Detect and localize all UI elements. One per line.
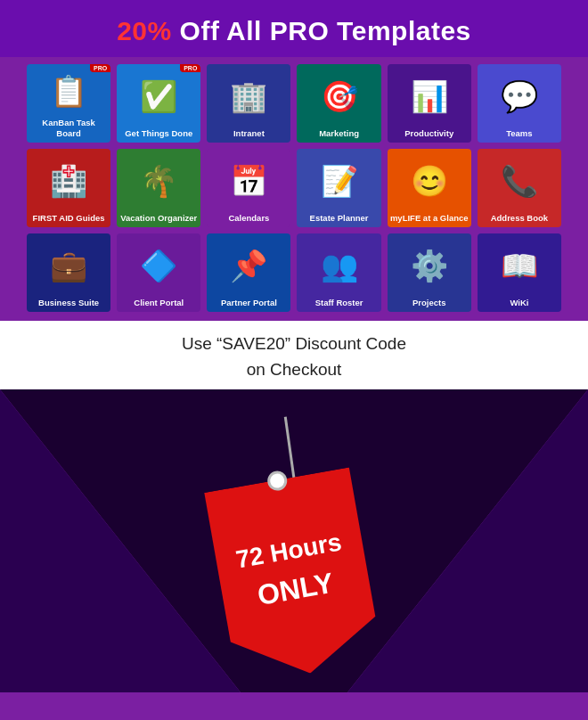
address-book-label: Address Book <box>488 213 551 223</box>
teams-label: Teams <box>503 128 535 138</box>
projects-icon: ⚙️ <box>388 233 471 298</box>
get-things-done-label: Get Things Done <box>122 128 195 138</box>
business-suite-label: Business Suite <box>36 298 102 307</box>
app-grid: PRO📋KanBan Task BoardPRO✅Get Things Done… <box>27 64 561 312</box>
top-banner: 20% Off All PRO Templates <box>0 0 588 57</box>
banner-headline: 20% Off All PRO Templates <box>18 16 570 46</box>
tile-first-aid[interactable]: 🏥FIRST AID Guides <box>27 149 110 227</box>
marketing-label: Marketing <box>316 128 362 138</box>
business-suite-icon: 💼 <box>27 233 110 298</box>
tile-marketing[interactable]: 🎯Marketing <box>297 64 380 143</box>
tile-productivity[interactable]: 📊Productivity <box>388 64 471 143</box>
staff-roster-icon: 👥 <box>297 233 380 298</box>
address-book-icon: 📞 <box>478 149 561 213</box>
discount-section: Use “SAVE20” Discount Code on Checkout <box>0 321 588 389</box>
estate-planner-label: Estate Planner <box>307 213 372 223</box>
first-aid-icon: 🏥 <box>27 149 110 213</box>
mylife-icon: 😊 <box>388 149 471 213</box>
partner-portal-label: Partner Portal <box>218 298 280 307</box>
vacation-icon: 🌴 <box>117 149 200 213</box>
tile-kanban[interactable]: PRO📋KanBan Task Board <box>27 64 110 143</box>
tile-get-things-done[interactable]: PRO✅Get Things Done <box>117 64 200 143</box>
funnel-wrapper: 72 Hours ONLY <box>0 389 588 692</box>
tile-partner-portal[interactable]: 📌Partner Portal <box>207 233 290 312</box>
app-grid-area: PRO📋KanBan Task BoardPRO✅Get Things Done… <box>0 57 588 321</box>
projects-label: Projects <box>410 298 449 307</box>
productivity-label: Productivity <box>402 128 456 138</box>
tile-vacation[interactable]: 🌴Vacation Organizer <box>117 149 200 227</box>
price-tag-outer: 72 Hours ONLY <box>195 466 392 691</box>
first-aid-label: FIRST AID Guides <box>30 213 108 223</box>
partner-portal-icon: 📌 <box>207 233 290 298</box>
page-wrapper: 20% Off All PRO Templates PRO📋KanBan Tas… <box>0 0 588 720</box>
mylife-label: myLIFE at a Glance <box>388 213 471 223</box>
calendars-icon: 📅 <box>207 149 290 213</box>
tile-estate-planner[interactable]: 📝Estate Planner <box>297 149 380 227</box>
discount-line1: Use “SAVE20” Discount Code <box>182 334 406 353</box>
pro-badge: PRO <box>180 64 200 72</box>
tile-intranet[interactable]: 🏢Intranet <box>207 64 290 143</box>
tile-staff-roster[interactable]: 👥Staff Roster <box>297 233 380 312</box>
intranet-label: Intranet <box>231 128 267 138</box>
client-portal-label: Client Portal <box>131 298 186 307</box>
kanban-label: KanBan Task Board <box>27 118 110 138</box>
discount-percent: 20% <box>117 16 172 45</box>
tile-wiki[interactable]: 📖WiKi <box>478 233 561 312</box>
estate-planner-icon: 📝 <box>297 149 380 213</box>
tag-string <box>284 416 296 479</box>
vacation-label: Vacation Organizer <box>118 213 200 223</box>
tile-projects[interactable]: ⚙️Projects <box>388 233 471 312</box>
price-tag-area: 72 Hours ONLY <box>212 416 377 678</box>
tile-teams[interactable]: 💬Teams <box>478 64 561 143</box>
tag-shape: 72 Hours ONLY <box>195 466 391 688</box>
tile-address-book[interactable]: 📞Address Book <box>478 149 561 227</box>
productivity-icon: 📊 <box>388 64 471 128</box>
staff-roster-label: Staff Roster <box>313 298 366 307</box>
tile-calendars[interactable]: 📅Calendars <box>207 149 290 227</box>
tile-client-portal[interactable]: 🔷Client Portal <box>117 233 200 312</box>
pro-badge: PRO <box>90 64 110 72</box>
intranet-icon: 🏢 <box>207 64 290 128</box>
discount-line2: on Checkout <box>247 360 342 379</box>
get-things-done-icon: ✅ <box>117 64 200 128</box>
tile-mylife[interactable]: 😊myLIFE at a Glance <box>388 149 471 227</box>
tile-business-suite[interactable]: 💼Business Suite <box>27 233 110 312</box>
wiki-icon: 📖 <box>478 233 561 298</box>
client-portal-icon: 🔷 <box>117 233 200 298</box>
teams-icon: 💬 <box>478 64 561 128</box>
kanban-icon: 📋 <box>27 64 110 118</box>
wiki-label: WiKi <box>507 298 531 307</box>
banner-text: Off All PRO Templates <box>172 16 471 45</box>
calendars-label: Calendars <box>225 213 272 223</box>
marketing-icon: 🎯 <box>297 64 380 128</box>
